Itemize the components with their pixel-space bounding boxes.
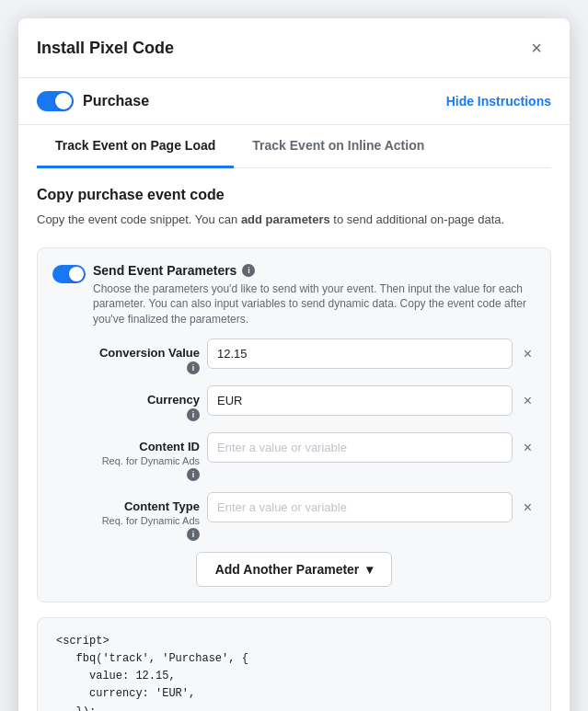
toggle-label-group: Purchase <box>37 91 149 111</box>
remove-content-id-button[interactable]: × <box>520 432 536 464</box>
code-content: <script> fbq('track', 'Purchase', { valu… <box>56 633 532 711</box>
param-sublabel-0: i <box>52 361 200 374</box>
param-row-content-type: Content Type Req. for Dynamic Ads i × <box>52 492 536 541</box>
add-parameter-button[interactable]: Add Another Parameter ▾ <box>196 552 393 587</box>
section-desc: Copy the event code snippet. You can add… <box>37 211 551 229</box>
param-label-0: Conversion Value <box>52 346 200 360</box>
param-sublabel-2-info: i <box>52 468 200 481</box>
params-info-icon[interactable]: i <box>242 264 255 277</box>
desc-end: to send additional on-page data. <box>330 212 504 226</box>
remove-content-type-button[interactable]: × <box>520 492 536 523</box>
content-id-input[interactable] <box>207 432 513 463</box>
remove-conversion-value-button[interactable]: × <box>520 338 536 370</box>
param-label-col-1: Currency i <box>52 385 200 421</box>
tabs-container: Track Event on Page Load Track Event on … <box>37 125 551 168</box>
param-sublabel-3: Req. for Dynamic Ads <box>52 515 200 526</box>
param-sublabel-1: i <box>52 408 200 421</box>
desc-bold: add parameters <box>241 212 330 226</box>
modal-title: Install Pixel Code <box>37 39 174 58</box>
content-type-info-icon[interactable]: i <box>187 528 200 541</box>
content-type-input[interactable] <box>207 492 513 522</box>
param-input-col-0 <box>207 338 513 369</box>
purchase-toggle[interactable] <box>37 91 74 111</box>
toggle-row: Purchase Hide Instructions <box>18 78 570 125</box>
param-sublabel-3-info: i <box>52 528 200 541</box>
currency-info-icon[interactable]: i <box>187 408 200 421</box>
param-input-col-1 <box>207 385 513 416</box>
param-label-2: Content ID <box>52 440 200 453</box>
params-title-group: Send Event Parameters i Choose the param… <box>93 263 536 327</box>
conversion-value-input[interactable] <box>207 338 513 369</box>
param-input-col-3 <box>207 492 513 522</box>
add-parameter-label: Add Another Parameter <box>215 562 360 577</box>
param-row-content-id: Content ID Req. for Dynamic Ads i × <box>52 432 536 481</box>
purchase-label: Purchase <box>83 93 149 109</box>
param-row-conversion-value: Conversion Value i × <box>52 338 536 374</box>
section-title: Copy purchase event code <box>37 187 551 203</box>
dropdown-icon: ▾ <box>366 562 373 577</box>
param-row-currency: Currency i × <box>52 385 536 421</box>
close-button[interactable]: × <box>522 33 551 63</box>
param-label-3: Content Type <box>52 499 200 513</box>
params-subtitle: Choose the parameters you'd like to send… <box>93 281 536 327</box>
params-section: Send Event Parameters i Choose the param… <box>37 247 551 602</box>
param-sublabel-2: Req. for Dynamic Ads <box>52 455 200 466</box>
params-toggle[interactable] <box>52 265 86 283</box>
desc-plain: Copy the event code snippet. You can <box>37 212 241 226</box>
remove-currency-button[interactable]: × <box>520 385 536 417</box>
param-label-col-3: Content Type Req. for Dynamic Ads i <box>52 492 200 541</box>
param-label-col-0: Conversion Value i <box>52 338 200 374</box>
modal: Install Pixel Code × Purchase Hide Instr… <box>18 18 570 711</box>
tab-page-load[interactable]: Track Event on Page Load <box>37 125 234 168</box>
params-header: Send Event Parameters i Choose the param… <box>52 263 536 327</box>
conversion-value-info-icon[interactable]: i <box>187 361 200 374</box>
code-block: <script> fbq('track', 'Purchase', { valu… <box>37 617 551 711</box>
param-label-col-2: Content ID Req. for Dynamic Ads i <box>52 432 200 481</box>
hide-instructions-link[interactable]: Hide Instructions <box>446 94 551 109</box>
currency-input[interactable] <box>207 385 513 416</box>
tab-inline-action[interactable]: Track Event on Inline Action <box>234 125 443 168</box>
modal-header: Install Pixel Code × <box>18 18 570 78</box>
param-label-1: Currency <box>52 393 200 407</box>
params-title: Send Event Parameters i <box>93 263 536 278</box>
content-id-info-icon[interactable]: i <box>187 468 200 481</box>
param-input-col-2 <box>207 432 513 463</box>
content-area: Track Event on Page Load Track Event on … <box>18 125 570 711</box>
